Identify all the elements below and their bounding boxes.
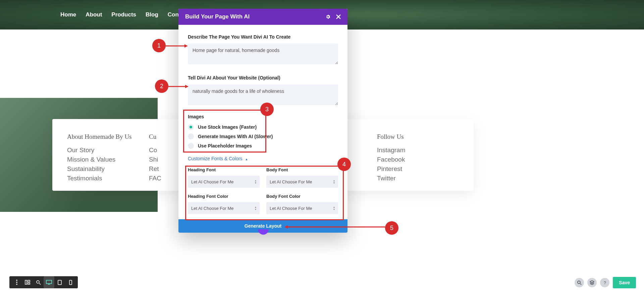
help-icon[interactable]: ?	[600, 278, 609, 287]
svg-rect-16	[46, 280, 52, 284]
describe-label: Describe The Page You Want Divi AI To Cr…	[188, 34, 338, 40]
images-radio-group: Images Use Stock Images (Faster) Generat…	[188, 114, 338, 149]
radio-placeholder[interactable]: Use Placeholder Images	[188, 143, 338, 149]
layers-icon[interactable]	[587, 278, 597, 287]
mobile-view-icon[interactable]	[65, 276, 76, 288]
body-color-label: Body Font Color	[266, 194, 338, 199]
bottom-toolbar	[9, 276, 78, 288]
history-icon[interactable]	[575, 278, 584, 287]
select-arrows-icon	[255, 206, 256, 211]
footer-link[interactable]: Testimonials	[67, 175, 149, 182]
footer-col3-title: Follow Us	[377, 133, 459, 140]
footer-link[interactable]: Ret	[149, 165, 169, 173]
describe-input[interactable]	[188, 44, 338, 64]
customize-fonts-toggle[interactable]: Customize Fonts & Colors ▲	[188, 156, 248, 161]
svg-point-19	[578, 281, 580, 284]
svg-rect-17	[58, 280, 61, 285]
radio-dot-icon	[188, 124, 194, 130]
footer-col2-title: Cu	[149, 133, 169, 140]
select-arrows-icon	[333, 180, 335, 184]
heading-color-select[interactable]: Let AI Choose For Me	[188, 202, 260, 214]
svg-rect-14	[28, 283, 30, 284]
svg-point-15	[37, 281, 39, 283]
footer-link[interactable]: Pinterest	[377, 165, 459, 173]
anno-badge-1: 1	[152, 39, 166, 52]
footer-link[interactable]: Our Story	[67, 146, 149, 154]
anno-badge-2: 2	[155, 79, 168, 93]
modal-body: Describe The Page You Want Divi AI To Cr…	[178, 25, 347, 219]
footer-col-follow: Follow Us Instagram Facebook Pinterest T…	[377, 133, 459, 177]
tell-label: Tell Divi AI About Your Website (Optiona…	[188, 75, 338, 80]
radio-label: Use Stock Images (Faster)	[198, 124, 257, 130]
svg-point-9	[16, 280, 17, 281]
svg-point-10	[16, 282, 17, 283]
svg-rect-13	[28, 280, 30, 282]
footer-link[interactable]: Sustainability	[67, 165, 149, 173]
customize-label: Customize Fonts & Colors	[188, 156, 243, 161]
footer-link[interactable]: Twitter	[377, 175, 459, 182]
select-value: Let AI Choose For Me	[270, 206, 312, 211]
radio-stock-images[interactable]: Use Stock Images (Faster)	[188, 124, 338, 130]
body-font-select[interactable]: Let AI Choose For Me	[266, 176, 338, 188]
menu-icon[interactable]	[11, 276, 22, 288]
footer-col-about: About Homemade By Us Our Story Mission &…	[67, 133, 149, 177]
heading-font-select[interactable]: Let AI Choose For Me	[188, 176, 260, 188]
footer-link[interactable]: Facebook	[377, 156, 459, 163]
wireframe-icon[interactable]	[22, 276, 33, 288]
footer-col1-title: About Homemade By Us	[67, 133, 149, 140]
body-color-select[interactable]: Let AI Choose For Me	[266, 202, 338, 214]
nav-blog[interactable]: Blog	[146, 11, 158, 18]
anno-badge-4: 4	[337, 158, 351, 171]
settings-icon[interactable]	[325, 14, 331, 19]
anno-badge-3: 3	[260, 103, 274, 116]
modal-header: Build Your Page With AI	[178, 9, 347, 25]
nav-products[interactable]: Products	[111, 11, 136, 18]
footer-link[interactable]: Mission & Values	[67, 156, 149, 163]
footer-link[interactable]: Co	[149, 146, 169, 154]
svg-point-11	[16, 284, 17, 285]
tell-input[interactable]	[188, 84, 338, 105]
desktop-view-icon[interactable]	[44, 276, 54, 288]
radio-label: Use Placeholder Images	[198, 143, 252, 149]
anno-badge-5: 5	[385, 221, 398, 235]
collapse-up-icon: ▲	[245, 158, 248, 161]
svg-rect-18	[69, 280, 72, 285]
radio-generate-ai[interactable]: Generate Images With AI (Slower)	[188, 133, 338, 139]
select-value: Let AI Choose For Me	[191, 179, 233, 184]
select-arrows-icon	[255, 180, 256, 184]
heading-color-label: Heading Font Color	[188, 194, 260, 199]
radio-dot-icon	[188, 133, 194, 139]
heading-font-label: Heading Font	[188, 167, 260, 172]
select-value: Let AI Choose For Me	[191, 206, 233, 211]
bottom-right-controls: ? Save	[575, 277, 636, 288]
tablet-view-icon[interactable]	[54, 276, 65, 288]
nav-home[interactable]: Home	[60, 11, 76, 18]
zoom-icon[interactable]	[33, 276, 44, 288]
select-value: Let AI Choose For Me	[270, 179, 312, 184]
ai-builder-modal: Build Your Page With AI Describe The Pag…	[178, 9, 347, 233]
save-button[interactable]: Save	[613, 277, 636, 288]
footer-link[interactable]: Instagram	[377, 146, 459, 154]
fonts-grid: Heading Font Let AI Choose For Me Body F…	[188, 167, 338, 219]
select-arrows-icon	[333, 206, 335, 211]
svg-rect-12	[25, 280, 27, 284]
close-icon[interactable]	[336, 14, 341, 19]
nav-about[interactable]: About	[86, 11, 102, 18]
footer-col-cu: Cu Co Shi Ret FAC	[149, 133, 169, 177]
footer-link[interactable]: FAC	[149, 175, 169, 182]
radio-label: Generate Images With AI (Slower)	[198, 134, 273, 139]
body-font-label: Body Font	[266, 167, 338, 172]
radio-dot-icon	[188, 143, 194, 149]
modal-title: Build Your Page With AI	[185, 13, 320, 20]
footer-link[interactable]: Shi	[149, 156, 169, 163]
